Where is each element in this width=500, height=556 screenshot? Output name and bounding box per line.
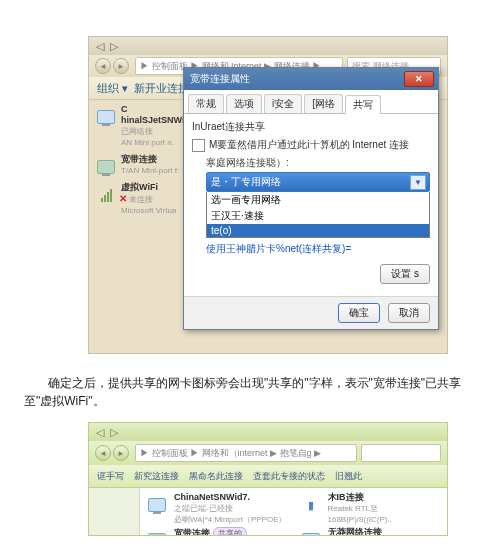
new-connection[interactable]: 新开业连接	[134, 81, 189, 96]
book-icon: ▮	[300, 492, 322, 512]
shared-badge: 共享的	[213, 527, 247, 536]
toolbar-item[interactable]: 新究这连接	[134, 470, 179, 483]
window-titlebar-top: ◁▷	[89, 37, 447, 55]
cancel-button[interactable]: 取消	[388, 303, 430, 323]
dialog-title: 宽带连接属性	[190, 72, 250, 86]
wifi-bars-icon	[95, 182, 117, 202]
disconnected-icon: ✕	[119, 193, 127, 204]
tab-network[interactable]: [网络	[304, 94, 343, 113]
list-item[interactable]: 无莽网络连接 ✕ 未连接	[300, 527, 442, 536]
ok-button[interactable]: 确宝	[338, 303, 380, 323]
dialog-footer: 确宝 取消	[184, 296, 438, 329]
forward-button[interactable]: ►	[113, 445, 129, 461]
connection-list: C hinalSJetSNWidl. 已网络接 AN Mini port n. …	[89, 100, 191, 222]
window-titlebar-bottom: ◁▷	[89, 423, 447, 441]
monitor-icon	[95, 154, 117, 174]
sidebar-nav	[89, 488, 140, 536]
address-bar-bottom: ◄ ► ▶ 控制面板 ▶ 网络和（internet ▶ 抱笔自g ▶	[89, 441, 447, 465]
tab-security[interactable]: i安全	[264, 94, 302, 113]
dialog-title-bar: 宽带连接属性 ✕	[184, 68, 438, 90]
list-item[interactable]: 宽带连接 共享的	[146, 527, 288, 536]
toolbar-item[interactable]: 诓手写	[97, 470, 124, 483]
list-item[interactable]: ChinaNetSNWid7. 之端已端-已经接 必喇WA|*4:Minipor…	[146, 492, 288, 525]
document-paragraph: 确定之后，提供共享的网卡图标旁会出现"共享的"字样，表示"宽带连接"已共享至"虚…	[24, 374, 476, 410]
help-link[interactable]: 使用王神腊片卡%net(连样共复)=	[206, 242, 430, 256]
breadcrumb[interactable]: ▶ 控制面板 ▶ 网络和（internet ▶ 抱笔自g ▶	[135, 444, 357, 462]
list-item[interactable]: C hinalSJetSNWidl. 已网络接 AN Mini port n.	[95, 104, 191, 148]
organize-menu[interactable]: 组织 ▾	[97, 81, 128, 96]
tab-content-sharing: InUraet连接共享 M要童然借用户通过此i十算机的 Internet 连接 …	[184, 114, 438, 296]
back-button[interactable]: ◄	[95, 445, 111, 461]
allow-share-checkbox[interactable]	[192, 139, 205, 152]
chevron-down-icon: ▼	[410, 175, 426, 190]
list-item[interactable]: 宽带连接 T/AN Mini-port f:	[95, 154, 191, 176]
tab-sharing[interactable]: 共写	[345, 95, 381, 114]
list-item[interactable]: 虚拟WiFi ✕ 未连接 Microsoft Virtua	[95, 182, 191, 216]
dropdown-list: 选一画专用网络 王汉王·速接 te(o)	[206, 192, 430, 238]
monitor-icon	[146, 492, 168, 512]
forward-button[interactable]: ►	[113, 58, 129, 74]
toolbar-item[interactable]: 旧翘此	[335, 470, 362, 483]
connection-column-right: ▮ 木IB连接 Reatek RTL至168B(P)/8((IC(P).. 无莽…	[294, 488, 448, 536]
monitor-icon	[146, 527, 168, 536]
tab-general[interactable]: 常规	[188, 94, 224, 113]
monitor-icon	[95, 104, 117, 124]
home-network-label: 寒庭网络连接聪）:	[206, 156, 430, 170]
settings-button[interactable]: 设置 s	[380, 264, 430, 284]
connection-column-left: ChinaNetSNWid7. 之端已端-已经接 必喇WA|*4:Minipor…	[140, 488, 294, 536]
home-network-dropdown[interactable]: 是・丁专用网络 ▼	[206, 172, 430, 192]
toolbar-item[interactable]: 查套此专接的状态	[253, 470, 325, 483]
section-label: InUraet连接共享	[192, 120, 430, 134]
search-input[interactable]	[361, 444, 441, 462]
dropdown-option[interactable]: 王汉王·速接	[207, 208, 429, 224]
screenshot-bottom: ◁▷ ◄ ► ▶ 控制面板 ▶ 网络和（internet ▶ 抱笔自g ▶ 诓手…	[88, 422, 448, 536]
screenshot-top: ◁▷ ◄ ► ▶ 控制面板 ▶ 网络和 Internet ▶ 网络连接 ▶ 搜索…	[88, 36, 448, 354]
allow-share-label: M要童然借用户通过此i十算机的 Internet 连接	[209, 138, 409, 152]
properties-dialog: 宽带连接属性 ✕ 常规 选项 i安全 [网络 共写 InUraet连接共享 M要…	[183, 67, 439, 330]
tab-options[interactable]: 选项	[226, 94, 262, 113]
list-item[interactable]: ▮ 木IB连接 Reatek RTL至168B(P)/8((IC(P)..	[300, 492, 442, 525]
tab-bar: 常规 选项 i安全 [网络 共写	[184, 90, 438, 114]
toolbar-item[interactable]: 黑命名此连接	[189, 470, 243, 483]
close-button[interactable]: ✕	[404, 71, 434, 87]
dropdown-option[interactable]: te(o)	[207, 224, 429, 237]
dropdown-option[interactable]: 选一画专用网络	[207, 192, 429, 208]
monitor-icon	[300, 527, 322, 536]
toolbar-bottom: 诓手写 新究这连接 黑命名此连接 查套此专接的状态 旧翘此	[89, 465, 447, 488]
back-button[interactable]: ◄	[95, 58, 111, 74]
